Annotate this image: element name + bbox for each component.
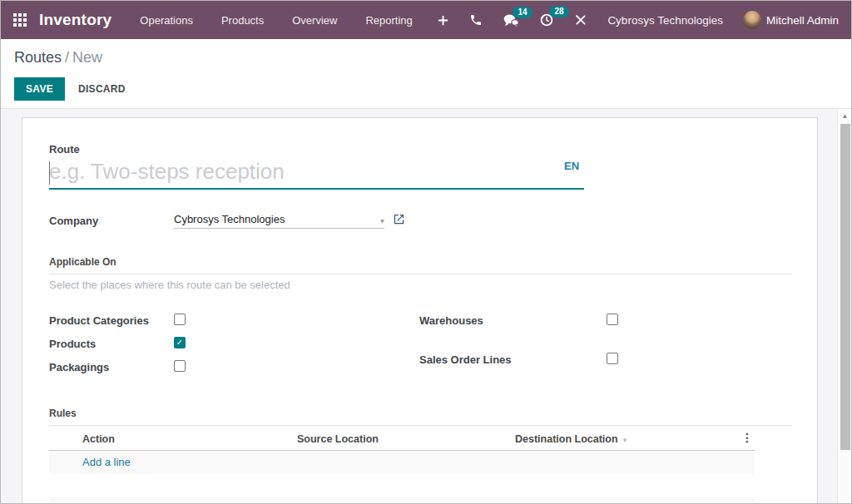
sales-order-lines-label: Sales Order Lines xyxy=(419,353,512,366)
chevron-down-icon[interactable]: ▾ xyxy=(380,217,384,225)
column-source-location[interactable]: Source Location xyxy=(297,433,379,445)
breadcrumb-routes-link[interactable]: Routes xyxy=(14,49,62,66)
activities-count-badge: 28 xyxy=(549,6,568,17)
text-cursor xyxy=(49,161,50,185)
external-link-icon[interactable] xyxy=(393,213,405,225)
app-window: Inventory Operations Products Overview R… xyxy=(0,0,852,504)
user-name: Mitchell Admin xyxy=(766,14,839,27)
company-value: Cybrosys Technologies xyxy=(174,213,285,225)
breadcrumb: Routes/New xyxy=(14,49,838,67)
form-sheet: Route EN Company Cybrosys Technologies ▾… xyxy=(22,117,818,503)
field-warehouses: Warehouses ✓ xyxy=(419,313,483,326)
optional-columns-icon[interactable]: ⋮ xyxy=(741,432,753,444)
apps-menu-icon[interactable] xyxy=(13,13,27,27)
products-label: Products xyxy=(49,338,96,350)
check-icon: ✓ xyxy=(175,338,185,348)
field-product-categories: Product Categories ✓ xyxy=(49,313,149,326)
column-destination-location[interactable]: Destination Location▾ xyxy=(515,433,627,445)
field-packagings: Packagings ✓ xyxy=(49,359,109,373)
field-sales-order-lines: Sales Order Lines ✓ xyxy=(419,352,512,365)
empty-row xyxy=(49,497,755,503)
plus-icon[interactable] xyxy=(437,14,449,27)
app-name[interactable]: Inventory xyxy=(39,11,111,29)
sales-order-lines-checkbox[interactable]: ✓ xyxy=(607,353,618,364)
scroll-up-icon[interactable]: ▲ xyxy=(840,111,850,121)
add-line-row: Add a line xyxy=(49,451,755,474)
packagings-label: Packagings xyxy=(49,361,109,373)
field-products: Products ✓ xyxy=(49,336,96,349)
language-badge[interactable]: EN xyxy=(564,160,579,172)
grid-icon xyxy=(13,13,27,27)
column-action[interactable]: Action xyxy=(82,433,115,445)
route-label: Route xyxy=(49,143,80,156)
add-a-line-link[interactable]: Add a line xyxy=(82,456,131,468)
save-button[interactable]: SAVE xyxy=(14,77,65,101)
breadcrumb-current: New xyxy=(72,49,102,66)
company-label: Company xyxy=(49,215,98,227)
user-avatar xyxy=(743,11,761,29)
navbar-left: Inventory Operations Products Overview R… xyxy=(1,11,413,29)
top-navbar: Inventory Operations Products Overview R… xyxy=(1,1,851,39)
control-panel: Routes/New SAVE DISCARD xyxy=(1,39,851,109)
company-switcher[interactable]: Cybrosys Technologies xyxy=(607,14,723,27)
user-menu[interactable]: Mitchell Admin xyxy=(743,11,839,29)
rules-table: Action Source Location Destination Locat… xyxy=(49,427,755,503)
menu-operations[interactable]: Operations xyxy=(140,14,193,27)
applicable-on-hint: Select the places where this route can b… xyxy=(49,279,290,291)
messages-count-badge: 14 xyxy=(513,7,532,18)
route-input[interactable] xyxy=(49,155,584,190)
main-menu: Operations Products Overview Reporting xyxy=(140,14,412,27)
scrollbar-thumb[interactable] xyxy=(840,124,850,450)
warehouses-checkbox[interactable]: ✓ xyxy=(607,314,618,325)
empty-row xyxy=(49,474,755,497)
products-checkbox[interactable]: ✓ xyxy=(174,337,186,348)
navbar-right: 14 28 Cybrosys Technologies Mitchell Adm… xyxy=(437,11,851,29)
discard-button[interactable]: DISCARD xyxy=(78,83,126,95)
menu-overview[interactable]: Overview xyxy=(292,14,337,27)
menu-reporting[interactable]: Reporting xyxy=(365,14,412,27)
content-area: Route EN Company Cybrosys Technologies ▾… xyxy=(1,109,851,503)
packagings-checkbox[interactable]: ✓ xyxy=(174,360,186,372)
company-field[interactable]: Cybrosys Technologies ▾ xyxy=(174,213,384,229)
activities-icon[interactable]: 28 xyxy=(539,12,554,27)
action-buttons: SAVE DISCARD xyxy=(14,77,838,101)
phone-icon[interactable] xyxy=(469,13,483,27)
product-categories-label: Product Categories xyxy=(49,314,149,327)
warehouses-label: Warehouses xyxy=(419,314,483,327)
rules-table-header: Action Source Location Destination Locat… xyxy=(49,427,755,451)
debug-tools-icon[interactable] xyxy=(574,13,587,27)
messages-icon[interactable]: 14 xyxy=(503,13,519,27)
product-categories-checkbox[interactable]: ✓ xyxy=(174,314,186,325)
applicable-on-title: Applicable On xyxy=(49,256,792,274)
menu-products[interactable]: Products xyxy=(221,14,264,27)
rules-title: Rules xyxy=(49,408,792,426)
vertical-scrollbar: ▲ xyxy=(837,109,851,503)
sort-caret-icon: ▾ xyxy=(623,436,627,444)
breadcrumb-separator: / xyxy=(62,49,72,66)
